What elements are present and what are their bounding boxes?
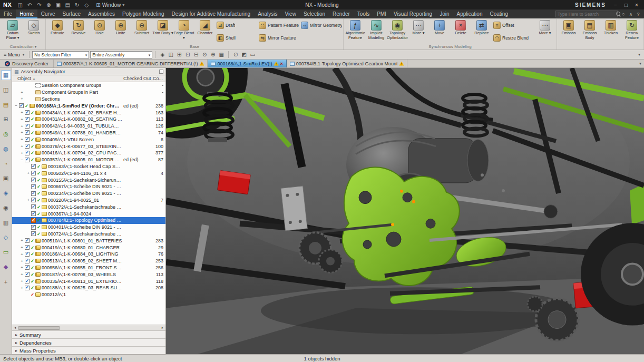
tree-row[interactable]: + 000416/A;1-K-00794_02_CPU PACKAGES 377: [12, 150, 165, 156]
tree-row[interactable]: + Component Groups in Part -: [12, 89, 165, 96]
repeat-command-icon[interactable]: ↻: [73, 1, 81, 8]
datum-plane-button[interactable]: ▱ Datum Plane ▾: [2, 19, 23, 44]
tab-assemblies[interactable]: Assemblies: [84, 9, 119, 18]
snap-endpoint-icon[interactable]: ⊟: [192, 51, 200, 58]
reuse-library-icon[interactable]: ⊞: [1, 114, 11, 124]
algorithmic-feature-button[interactable]: ƒ Algorithmic Feature: [345, 19, 366, 44]
tab-polygon-modeling[interactable]: Polygon Modeling: [119, 9, 168, 18]
manufacturing-wizards-icon[interactable]: ◈: [1, 188, 11, 198]
tree-checkbox[interactable]: [25, 110, 30, 115]
undo-icon[interactable]: ↶: [25, 1, 34, 8]
tree-expander[interactable]: +: [19, 272, 24, 277]
tree-checkbox[interactable]: [25, 245, 30, 250]
tree-checkbox[interactable]: [31, 204, 36, 209]
emboss-button[interactable]: ▣ Emboss: [558, 19, 579, 44]
tree-row[interactable]: + 000431/A;1-K-00882_02_SEATING AND BELT…: [12, 116, 165, 123]
tree-checkbox[interactable]: [31, 225, 36, 230]
tree-row[interactable]: + 000220/A;1-94-0025_01 7: [12, 197, 165, 204]
unite-button[interactable]: ⊕ Unite: [110, 19, 131, 44]
tab-design-additive[interactable]: Design for Additive Manufacturing: [168, 9, 255, 18]
tree-checkbox[interactable]: [31, 178, 36, 182]
tree-expander[interactable]: +: [19, 265, 24, 270]
tree-checkbox[interactable]: [25, 158, 30, 162]
renew-feature-button[interactable]: ↻ Renew Feature: [621, 19, 642, 44]
tree-row[interactable]: 000401/A;1-Scheibe DIN 9021 - 8.4_Washer…: [12, 224, 165, 231]
tree-checkbox[interactable]: [25, 238, 30, 243]
move-button[interactable]: + Move: [429, 19, 450, 44]
tree-expander[interactable]: +: [19, 130, 24, 135]
measure-icon[interactable]: ∅: [231, 51, 240, 58]
toolbar-overflow-icon[interactable]: ▾: [638, 52, 642, 57]
tree-row[interactable]: 000372/A;1-Sechskantschraube mit Gewind.…: [12, 203, 165, 210]
search-input[interactable]: [558, 12, 616, 17]
tree-checkbox[interactable]: [25, 286, 30, 290]
ribbon-group-label[interactable]: Synchronous Modeling: [345, 44, 555, 50]
view-tab-motor-gearing[interactable]: 000357/A;1-K-00605_01_MOTOR GEARING DIFF…: [54, 60, 208, 67]
tree-row[interactable]: − 000357/A;1-K-00605_01_MOTOR GEARING DI…: [12, 156, 165, 163]
minimize-ribbon-icon[interactable]: ∧: [627, 11, 635, 18]
tree-row[interactable]: 000784/B;1-Topology Optimised Gearbox ..…: [12, 217, 165, 224]
model-coil-spring-right[interactable]: [463, 94, 487, 136]
tab-home[interactable]: Home: [16, 9, 37, 18]
interpart-link-icon[interactable]: ⊞: [175, 51, 183, 58]
tree-row[interactable]: + 000419/A;1-K-00680_01_CHARGER 29: [12, 244, 165, 251]
tab-pmi[interactable]: PMI: [373, 9, 390, 18]
tree-expander[interactable]: +: [19, 124, 24, 129]
viewport-3d-scene[interactable]: [166, 68, 644, 354]
assembly-navigator-icon[interactable]: ▦: [1, 70, 11, 80]
tree-expander[interactable]: +: [19, 238, 24, 243]
mirror-feature-button[interactable]: ⇋ Mirror Feature: [258, 32, 300, 44]
selection-scope-combo[interactable]: Entire Assembly: [90, 51, 152, 58]
tree-expander[interactable]: +: [19, 137, 24, 142]
tree-checkbox[interactable]: [25, 117, 30, 122]
tree-checkbox[interactable]: [25, 137, 30, 142]
redo-icon[interactable]: ↷: [35, 1, 43, 8]
copy-icon[interactable]: ▣: [54, 1, 62, 8]
chamfer-button[interactable]: ◢ Chamfer: [194, 19, 216, 44]
tree-checkbox[interactable]: [31, 171, 36, 175]
trim-body-button[interactable]: ◪ Trim Body ▾: [152, 19, 173, 44]
scroll-right-icon[interactable]: ▸: [160, 326, 165, 330]
scrollbar-track[interactable]: [17, 326, 160, 330]
command-search[interactable]: [555, 11, 618, 17]
tree-row[interactable]: + 000409/A;1-VDU Screen 6: [12, 136, 165, 143]
tree-expander[interactable]: +: [19, 286, 24, 290]
mirror-geometry-button[interactable]: ⇔ Mirror Geometry: [300, 19, 342, 32]
tree-checkbox[interactable]: [31, 231, 36, 236]
tree-row[interactable]: 000183/A;1-Socket Head Cap Screw_ISO_IS.…: [12, 163, 165, 170]
tree-checkbox[interactable]: [31, 191, 36, 196]
palette-icon[interactable]: ◆: [1, 262, 11, 272]
tree-row[interactable]: 000724/A;1-Sechskantschraube mit Gewind.…: [12, 231, 165, 238]
tree-row[interactable]: + 000434/A;1-K-00744_02_BRAKE HYDRAULICS…: [12, 109, 165, 116]
tree-checkbox[interactable]: [25, 151, 30, 155]
snap-center-icon[interactable]: ⊕: [209, 51, 217, 58]
ribbon-group-label[interactable]: Base: [47, 44, 342, 50]
replace-button[interactable]: ⇄ Replace: [471, 19, 492, 44]
tree-checkbox[interactable]: [19, 103, 24, 108]
tree-checkbox[interactable]: [31, 184, 36, 189]
snap-midpoint-icon[interactable]: ⊙: [200, 51, 209, 58]
tree-row[interactable]: + 000335/A;1-K-00813_01_EXTERIOR BODY AN…: [12, 278, 165, 285]
discovery-center-tab[interactable]: Discovery Center: [0, 60, 54, 67]
paste-icon[interactable]: ▤: [63, 1, 72, 8]
panel-summary[interactable]: Summary: [12, 330, 165, 338]
tree-checkbox[interactable]: [25, 144, 30, 149]
tab-view[interactable]: View: [281, 9, 300, 18]
graphics-window[interactable]: [166, 68, 644, 354]
panel-mass-properties[interactable]: Mass Properties: [12, 346, 165, 354]
tree-checkbox[interactable]: [25, 272, 30, 277]
roles-icon[interactable]: ◉: [1, 203, 11, 213]
tree-expander[interactable]: +: [19, 245, 24, 250]
tree-row[interactable]: + 000656/A;1-K-00655_01_FRONT SUSPENSION…: [12, 265, 165, 271]
window-menu[interactable]: Window: [96, 2, 124, 8]
column-header-checked-out[interactable]: Checked Out ...: [123, 76, 153, 81]
shell-button[interactable]: ◧ Shell: [216, 32, 258, 44]
panel-options-icon[interactable]: [159, 70, 163, 74]
tree-row[interactable]: 000155/A;1-Sechskant-Sicherungsmutter IS…: [12, 177, 165, 183]
subtract-button[interactable]: ⊖ Subtract: [131, 19, 152, 44]
tab-file[interactable]: File: [0, 9, 16, 18]
column-header-count[interactable]: Co...: [153, 76, 165, 81]
selection-filter-combo[interactable]: No Selection Filter: [32, 51, 89, 58]
notes-icon[interactable]: ▭: [1, 247, 11, 257]
tree-expander[interactable]: +: [19, 252, 24, 257]
